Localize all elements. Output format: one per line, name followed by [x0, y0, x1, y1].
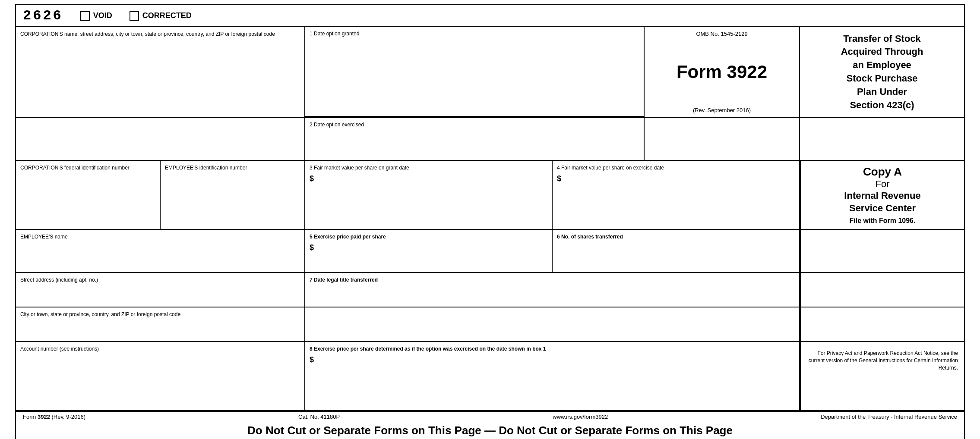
transfer-title: Transfer of Stock Acquired Through an Em…: [841, 32, 923, 112]
date-exercised-label: 2 Date option exercised: [310, 122, 364, 128]
corrected-checkbox[interactable]: [130, 11, 139, 21]
account-number-cell: Account number (see instructions): [16, 342, 305, 410]
city-cell: City or town, state or province, country…: [16, 307, 305, 341]
copy-a-continuation-3: [800, 307, 964, 341]
copy-a-cell: Copy A For Internal Revenue Service Cent…: [800, 161, 964, 229]
privacy-notice-cell: For Privacy Act and Paperwork Reduction …: [800, 342, 964, 410]
row-2: 2 Date option exercised: [16, 118, 964, 161]
fmv-exercise-cell: 4 Fair market value per share on exercis…: [553, 161, 800, 229]
copy-a-for: For: [807, 179, 958, 190]
privacy-notice-text: For Privacy Act and Paperwork Reduction …: [807, 350, 958, 371]
corrected-checkbox-group: CORRECTED: [130, 11, 192, 21]
row-1: CORPORATION'S name, street address, city…: [16, 27, 964, 118]
date-legal-label: 7 Date legal title transferred: [310, 277, 378, 283]
copy-a-file: File with Form 1096.: [807, 217, 958, 225]
fmv-exercise-label: 4 Fair market value per share on exercis…: [557, 165, 664, 171]
fmv-grant-label: 3 Fair market value per share on grant d…: [310, 165, 409, 171]
employee-name-label: EMPLOYEE'S name: [20, 234, 68, 240]
void-label: VOID: [93, 11, 112, 20]
account-label: Account number (see instructions): [20, 346, 99, 352]
shares-transferred-cell: 6 No. of shares transferred: [553, 230, 800, 272]
employee-id-cell: EMPLOYEE'S identification number: [161, 161, 305, 229]
footer-top: Form 3922 (Rev. 9-2016) Cat. No. 41180P …: [16, 412, 964, 422]
form-3922-name: Form 3922: [677, 62, 767, 82]
omb-continuation: [645, 118, 800, 160]
row-5: Street address (including apt. no.) 7 Da…: [16, 273, 964, 307]
footer-form-ref: Form 3922 (Rev. 9-2016): [23, 414, 85, 420]
corp-fed-id-cell: CORPORATION'S federal identification num…: [16, 161, 161, 229]
city-label: City or town, state or province, country…: [20, 311, 180, 317]
shares-label: 6 No. of shares transferred: [557, 234, 623, 240]
city-right-cell: [305, 307, 800, 341]
copy-a-continuation-1: [800, 230, 964, 272]
date-legal-cell: 7 Date legal title transferred: [305, 273, 800, 307]
street-address-cell: Street address (including apt. no.): [16, 273, 305, 307]
date-granted-label: 1 Date option granted: [310, 31, 639, 37]
header-row: 2626 VOID CORRECTED: [16, 5, 964, 27]
footer-website: www.irs.gov/form3922: [553, 414, 608, 420]
row-3: CORPORATION'S federal identification num…: [16, 161, 964, 230]
employee-name-cell: EMPLOYEE'S name: [16, 230, 305, 272]
copy-a-continuation-2: [800, 273, 964, 307]
exercise-price-label: 5 Exercise price paid per share: [310, 234, 386, 240]
exercise-price-cell: 5 Exercise price paid per share $: [305, 230, 553, 272]
corp-fed-id-label: CORPORATION'S federal identification num…: [20, 165, 130, 171]
omb-number: OMB No. 1545-2129: [696, 31, 747, 37]
copy-a-irs1: Internal Revenue: [807, 190, 958, 202]
void-checkbox-group: VOID: [80, 11, 112, 21]
box8-label: 8 Exercise price per share determined as…: [310, 346, 546, 352]
footer-do-not-cut: Do Not Cut or Separate Forms on This Pag…: [16, 422, 964, 439]
corp-name-continuation: [16, 118, 305, 160]
street-label: Street address (including apt. no.): [20, 277, 98, 283]
fmv-grant-dollar: $: [310, 174, 547, 183]
row-6: City or town, state or province, country…: [16, 307, 964, 342]
row-4: EMPLOYEE'S name 5 Exercise price paid pe…: [16, 230, 964, 273]
box8-cell: 8 Exercise price per share determined as…: [305, 342, 800, 410]
corrected-label: CORRECTED: [142, 11, 192, 20]
void-checkbox[interactable]: [80, 11, 90, 21]
fmv-exercise-dollar: $: [557, 174, 795, 183]
form-3922-container: 2626 VOID CORRECTED CORPORATION'S name, …: [15, 4, 965, 439]
copy-a-irs2: Service Center: [807, 202, 958, 215]
footer: Form 3922 (Rev. 9-2016) Cat. No. 41180P …: [16, 411, 964, 439]
exercise-price-dollar: $: [310, 243, 547, 252]
title-continuation: [800, 118, 964, 160]
corp-name-cell: CORPORATION'S name, street address, city…: [16, 27, 305, 117]
date-exercised-cell: 2 Date option exercised: [305, 118, 645, 160]
date-granted-cell: 1 Date option granted: [305, 27, 645, 117]
fmv-grant-cell: 3 Fair market value per share on grant d…: [305, 161, 553, 229]
corp-name-label: CORPORATION'S name, street address, city…: [20, 31, 275, 37]
transfer-title-cell: Transfer of Stock Acquired Through an Em…: [800, 27, 964, 117]
footer-dept: Department of the Treasury - Internal Re…: [821, 414, 957, 420]
footer-cat-no: Cat. No. 41180P: [298, 414, 340, 420]
rev-date: (Rev. September 2016): [693, 107, 751, 113]
box8-dollar: $: [310, 355, 795, 364]
copy-a-title: Copy A: [807, 165, 958, 179]
row-7: Account number (see instructions) 8 Exer…: [16, 342, 964, 411]
form-number-display: 2626: [23, 8, 63, 24]
omb-cell: OMB No. 1545-2129 Form 3922 (Rev. Septem…: [645, 27, 800, 117]
employee-id-label: EMPLOYEE'S identification number: [165, 165, 247, 171]
